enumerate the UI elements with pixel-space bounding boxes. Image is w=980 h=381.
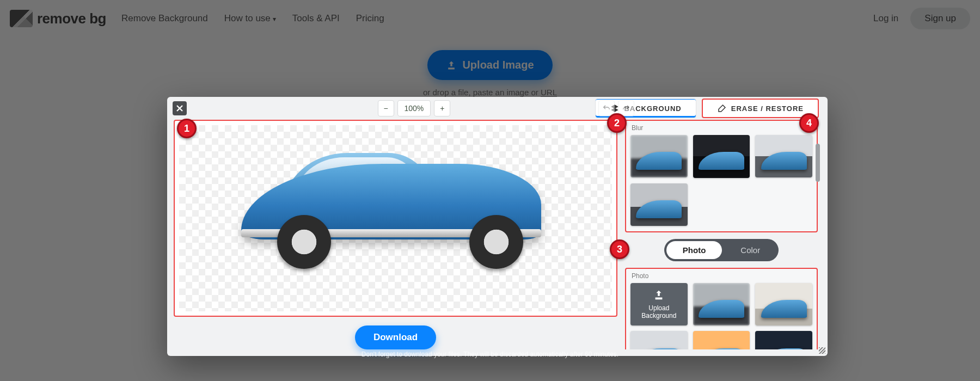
zoom-controls: − 100% + (378, 100, 451, 116)
blur-thumb-2[interactable] (693, 135, 750, 178)
side-scrollbar[interactable] (816, 144, 820, 182)
undo-icon (602, 104, 611, 113)
callout-1: 1 (177, 119, 197, 138)
seg-color[interactable]: Color (724, 241, 776, 259)
editor-body: Download Blur Photo Color Ph (167, 120, 828, 356)
side-panel: Blur Photo Color Photo (625, 120, 821, 349)
blur-panel: Blur (625, 120, 818, 232)
close-button[interactable] (173, 101, 187, 115)
blur-thumb-4[interactable] (630, 183, 688, 226)
canvas-column: Download (174, 120, 617, 349)
photo-panel-title: Photo (630, 271, 812, 283)
callout-2: 2 (607, 113, 627, 133)
photo-thumb-2[interactable] (755, 283, 812, 325)
photo-thumb-5[interactable] (755, 331, 812, 349)
redo-icon (622, 104, 630, 113)
callout-3: 3 (610, 239, 629, 259)
zoom-value: 100% (397, 100, 431, 116)
photo-thumb-1[interactable] (693, 283, 750, 326)
eraser-icon (717, 103, 727, 113)
photo-panel: Photo UploadBackground (625, 268, 818, 349)
callout-4: 4 (799, 113, 819, 133)
seg-photo[interactable]: Photo (666, 241, 722, 259)
auto-discard-hint: Don't forget to download your files. The… (0, 351, 980, 358)
photo-thumb-3[interactable] (630, 331, 688, 349)
tab-erase-restore[interactable]: ERASE / RESTORE (702, 99, 819, 118)
blur-thumb-3[interactable] (755, 135, 812, 177)
zoom-in-button[interactable]: + (434, 100, 450, 116)
bg-type-toggle: Photo Color (625, 239, 818, 261)
upload-icon (653, 289, 665, 301)
editor-modal: − 100% + BACKGROUND ERASE / RESTORE (167, 97, 828, 356)
close-icon (176, 105, 183, 112)
upload-background-thumb[interactable]: UploadBackground (630, 283, 688, 325)
blur-thumb-1[interactable] (630, 135, 688, 177)
photo-thumb-4[interactable] (693, 331, 750, 349)
editor-toolbar: − 100% + BACKGROUND ERASE / RESTORE (167, 97, 828, 120)
zoom-out-button[interactable]: − (378, 100, 394, 116)
canvas[interactable] (174, 120, 617, 317)
download-button[interactable]: Download (355, 325, 436, 349)
subject-car (241, 164, 541, 269)
blur-panel-title: Blur (630, 123, 812, 135)
